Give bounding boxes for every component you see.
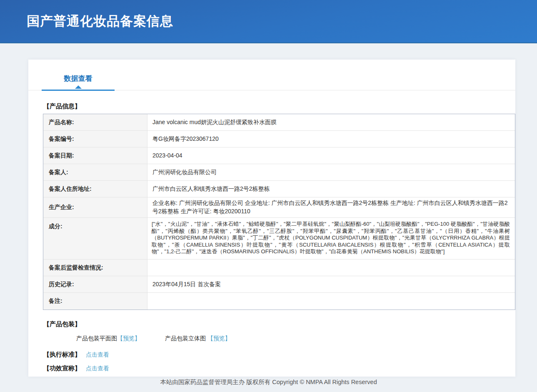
standard-view-link[interactable]: 点击查看: [86, 351, 109, 358]
row-label: 备案编号:: [43, 131, 147, 147]
row-value: [147, 260, 515, 276]
row-value: 企业名称: 广州润研化妆品有限公司 企业地址: 广州市白云区人和镇秀水塘西一路2…: [147, 197, 515, 217]
packaging-flat-label: 产品包装平面图: [76, 335, 117, 342]
table-row: 备案人住所地址: 广州市白云区人和镇秀水塘西一路2号2栋整栋: [43, 181, 515, 197]
page-footer: 本站由国家药品监督管理局主办 版权所有 Copyright © NMPA All…: [0, 378, 537, 386]
packaging-flat-item: 产品包装平面图【预览】: [76, 335, 140, 342]
row-value: 2023-04-04: [147, 147, 515, 164]
tab-bar: 数据查看: [28, 60, 515, 90]
table-row: 产品名称: Jane volcanic mud妍泥火山泥舒缓紧致补水面膜: [43, 114, 515, 131]
tab-active-caret-icon: [75, 85, 82, 89]
page-header: 国产普通化妆品备案信息: [0, 0, 537, 43]
row-value: 粤G妆网备字2023067120: [147, 131, 515, 147]
row-value: 广州润研化妆品有限公司: [147, 164, 515, 180]
section-title-standard: 【执行标准】: [43, 351, 81, 358]
packaging-row: 产品包装平面图【预览】 产品包装立体图 【预览】: [76, 335, 515, 342]
standard-row: 【执行标准】点击查看: [43, 351, 515, 359]
efficacy-row: 【功效宣称】点击查看: [43, 365, 515, 372]
section-title-efficacy: 【功效宣称】: [43, 365, 81, 372]
tab-data-view-label: 数据查看: [64, 75, 92, 82]
row-label: 历史记录:: [43, 276, 147, 292]
page-title: 国产普通化妆品备案信息: [0, 0, 537, 30]
section-title-product-info: 【产品信息】: [43, 102, 515, 110]
copyright-text: 本站由国家药品监督管理局主办 版权所有 Copyright © NMPA All…: [160, 379, 377, 385]
row-label: 备案人:: [43, 164, 147, 180]
table-row: 成分: ["水"，"火山泥"，"甘油"，"液体石蜡"，"鲸蜡硬脂醇"，"聚二甲基…: [43, 218, 515, 260]
row-value: 2023年04月15日 首次备案: [147, 276, 515, 292]
tab-data-view[interactable]: 数据查看: [42, 74, 115, 91]
product-info-table: 产品名称: Jane volcanic mud妍泥火山泥舒缓紧致补水面膜 备案编…: [43, 114, 515, 310]
section-title-packaging: 【产品包装】: [43, 320, 515, 328]
table-row: 历史记录: 2023年04月15日 首次备案: [43, 276, 515, 293]
row-label: 备案人住所地址:: [43, 181, 147, 197]
packaging-stereo-item: 产品包装立体图 【预览】: [165, 335, 231, 342]
row-label: 备案日期:: [43, 147, 147, 164]
table-row: 备案日期: 2023-04-04: [43, 147, 515, 164]
packaging-flat-preview-link[interactable]: 【预览】: [117, 335, 140, 342]
packaging-stereo-label: 产品包装立体图: [165, 335, 207, 342]
packaging-stereo-preview-link[interactable]: 【预览】: [207, 335, 231, 342]
row-label: 生产企业:: [43, 197, 147, 217]
row-label: 备注:: [43, 293, 147, 310]
row-label: 备案后监督检查情况:: [43, 260, 147, 276]
table-row: 生产企业: 企业名称: 广州润研化妆品有限公司 企业地址: 广州市白云区人和镇秀…: [43, 197, 515, 218]
table-row: 备案编号: 粤G妆网备字2023067120: [43, 131, 515, 147]
table-row: 备案人: 广州润研化妆品有限公司: [43, 164, 515, 181]
table-row: 备案后监督检查情况:: [43, 260, 515, 276]
content-card: 数据查看 【产品信息】 产品名称: Jane volcanic mud妍泥火山泥…: [28, 60, 515, 377]
row-value: ["水"，"火山泥"，"甘油"，"液体石蜡"，"鲸蜡硬脂醇"，"聚二甲基硅氧烷"…: [147, 218, 515, 259]
row-value: 广州市白云区人和镇秀水塘西一路2号2栋整栋: [147, 181, 515, 197]
efficacy-view-link[interactable]: 点击查看: [86, 365, 109, 372]
row-value: [147, 293, 515, 310]
row-label: 产品名称:: [43, 114, 147, 130]
row-value: Jane volcanic mud妍泥火山泥舒缓紧致补水面膜: [147, 114, 515, 130]
table-row: 备注:: [43, 293, 515, 310]
row-label: 成分:: [43, 218, 147, 259]
